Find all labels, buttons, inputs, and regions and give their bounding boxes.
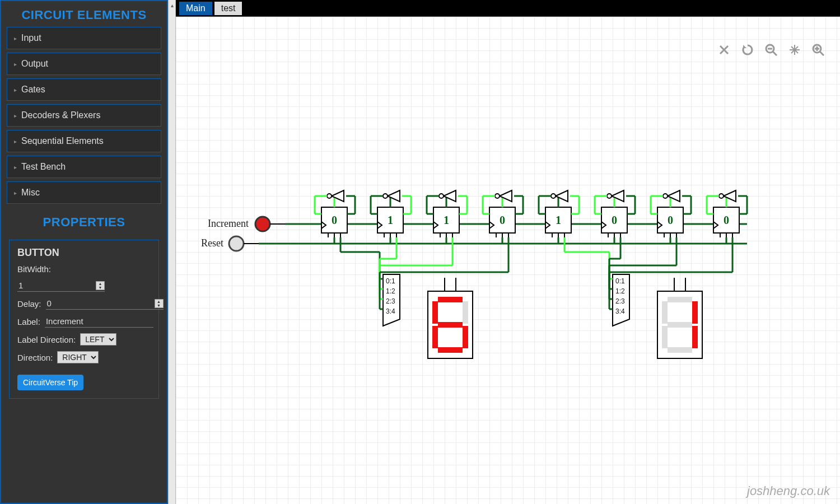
- svg-text:0: 0: [332, 214, 337, 226]
- direction-select[interactable]: RIGHT: [57, 351, 99, 363]
- svg-point-59: [495, 194, 500, 198]
- bitwidth-label: BitWidth:: [17, 264, 51, 274]
- category-input[interactable]: ▸Input: [7, 27, 161, 49]
- chevron-right-icon: ▸: [14, 138, 17, 144]
- svg-text:1: 1: [556, 214, 561, 226]
- selected-component-name: BUTTON: [17, 247, 151, 259]
- category-decoders[interactable]: ▸Decoders & Plexers: [7, 104, 161, 127]
- main-area: Main test Increment Reset: [176, 0, 840, 504]
- chevron-right-icon: ▸: [14, 35, 17, 41]
- direction-label: Direction:: [17, 353, 53, 362]
- svg-rect-146: [662, 326, 668, 348]
- label-label: Label:: [17, 317, 40, 326]
- svg-text:0: 0: [724, 214, 729, 226]
- svg-text:1: 1: [444, 214, 449, 226]
- svg-text:0:1: 0:1: [615, 277, 625, 285]
- svg-text:0:1: 0:1: [386, 277, 395, 285]
- labeldir-label: Label Direction:: [17, 335, 76, 344]
- svg-text:2:3: 2:3: [615, 297, 625, 305]
- properties-panel: BUTTON BitWidth: ▲▼ Delay: ▲▼: [9, 240, 159, 399]
- reset-text: Reset: [201, 237, 223, 249]
- reset-button[interactable]: [229, 236, 244, 251]
- category-label: Test Bench: [21, 162, 66, 172]
- svg-point-17: [327, 194, 332, 198]
- svg-text:0: 0: [612, 214, 617, 226]
- tab-main[interactable]: Main: [179, 2, 212, 15]
- delay-input[interactable]: [46, 297, 155, 309]
- category-list: ▸Input ▸Output ▸Gates ▸Decoders & Plexer…: [1, 27, 167, 208]
- labeldir-select[interactable]: LEFT: [80, 333, 116, 346]
- watermark: joshheng.co.uk: [747, 484, 830, 498]
- svg-point-31: [383, 194, 388, 198]
- sidebar: CIRCUIT ELEMENTS ▸Input ▸Output ▸Gates ▸…: [0, 0, 168, 504]
- svg-rect-134: [438, 322, 463, 328]
- svg-rect-143: [692, 301, 698, 324]
- category-label: Input: [21, 33, 41, 43]
- svg-text:3:4: 3:4: [615, 307, 625, 315]
- chevron-right-icon: ▸: [14, 164, 17, 170]
- svg-text:1:2: 1:2: [386, 287, 395, 295]
- seven-seg-right: [657, 278, 702, 358]
- svg-rect-132: [432, 326, 438, 348]
- svg-text:0: 0: [500, 214, 505, 226]
- svg-text:2:3: 2:3: [386, 297, 395, 305]
- svg-text:1:2: 1:2: [615, 287, 625, 295]
- category-testbench[interactable]: ▸Test Bench: [7, 156, 161, 178]
- tab-bar: Main test: [176, 0, 840, 17]
- svg-point-101: [663, 194, 668, 198]
- delay-stepper[interactable]: ▲▼: [155, 299, 164, 308]
- seven-seg-left: [428, 278, 473, 358]
- svg-rect-133: [432, 301, 438, 324]
- bitwidth-stepper[interactable]: ▲▼: [96, 281, 105, 290]
- category-misc[interactable]: ▸Misc: [7, 181, 161, 204]
- category-label: Output: [21, 59, 48, 69]
- svg-point-73: [551, 194, 556, 198]
- svg-text:3:4: 3:4: [386, 307, 395, 315]
- label-input[interactable]: [45, 315, 153, 328]
- svg-rect-145: [668, 347, 692, 353]
- bitwidth-input[interactable]: [17, 279, 96, 291]
- svg-rect-142: [668, 297, 692, 302]
- category-label: Decoders & Plexers: [21, 110, 100, 120]
- panel-resizer[interactable]: [168, 0, 176, 504]
- increment-text: Increment: [208, 218, 249, 229]
- svg-rect-130: [463, 326, 468, 348]
- svg-point-45: [439, 194, 444, 198]
- canvas[interactable]: Increment Reset 01101000 0:1 1:2 2:3 3:4: [176, 17, 840, 504]
- svg-rect-147: [662, 301, 668, 324]
- elements-panel-title: CIRCUIT ELEMENTS: [1, 1, 167, 27]
- delay-label: Delay:: [17, 299, 41, 309]
- chevron-right-icon: ▸: [14, 61, 17, 67]
- svg-point-87: [607, 194, 612, 198]
- tab-test[interactable]: test: [214, 2, 242, 15]
- svg-text:1: 1: [388, 214, 393, 226]
- category-label: Sequential Elements: [21, 136, 104, 146]
- svg-rect-144: [692, 326, 698, 348]
- svg-rect-131: [438, 347, 463, 353]
- category-label: Misc: [21, 188, 40, 198]
- svg-text:0: 0: [668, 214, 673, 226]
- category-output[interactable]: ▸Output: [7, 53, 161, 75]
- properties-panel-title: PROPERTIES: [1, 208, 167, 234]
- category-label: Gates: [21, 85, 45, 95]
- increment-button[interactable]: [255, 217, 270, 231]
- chevron-right-icon: ▸: [14, 113, 17, 119]
- svg-point-115: [719, 194, 724, 198]
- svg-rect-148: [668, 322, 692, 328]
- chevron-right-icon: ▸: [14, 190, 17, 196]
- category-gates[interactable]: ▸Gates: [7, 78, 161, 101]
- svg-rect-128: [438, 297, 463, 302]
- tip-button[interactable]: CircuitVerse Tip: [17, 375, 83, 390]
- category-sequential[interactable]: ▸Sequential Elements: [7, 130, 161, 152]
- svg-rect-129: [463, 301, 468, 324]
- circuit-svg: Increment Reset 01101000 0:1 1:2 2:3 3:4: [176, 17, 840, 504]
- chevron-right-icon: ▸: [14, 87, 17, 93]
